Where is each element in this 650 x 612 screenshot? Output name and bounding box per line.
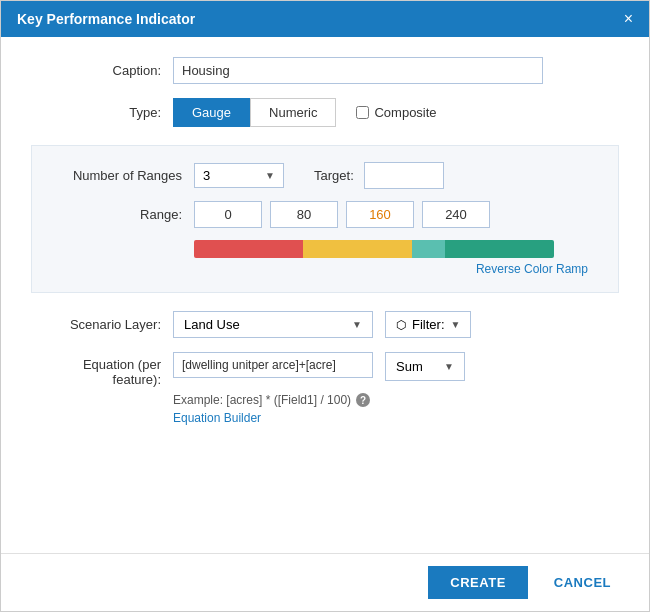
range-input-1[interactable] [270, 201, 338, 228]
equation-hint: Example: [acres] * ([Field1] / 100) ? [173, 393, 619, 407]
caption-label: Caption: [31, 63, 161, 78]
num-ranges-dropdown[interactable]: 3 ▼ [194, 163, 284, 188]
equation-label: Equation (per feature): [31, 352, 161, 387]
ramp-teal [412, 240, 445, 258]
range-input-0[interactable] [194, 201, 262, 228]
scenario-row: Scenario Layer: Land Use ▼ ⬡ Filter: ▼ [31, 311, 619, 338]
range-input-3[interactable] [422, 201, 490, 228]
close-button[interactable]: × [624, 11, 633, 27]
filter-icon: ⬡ [396, 318, 406, 332]
equation-input[interactable] [173, 352, 373, 378]
filter-arrow-icon: ▼ [451, 319, 461, 330]
reverse-color-ramp-link[interactable]: Reverse Color Ramp [52, 262, 598, 276]
dialog-body: Caption: Type: Gauge Numeric Composite N… [1, 37, 649, 553]
type-label: Type: [31, 105, 161, 120]
target-input[interactable] [364, 162, 444, 189]
num-ranges-row: Number of Ranges 3 ▼ Target: [52, 162, 598, 189]
composite-label: Composite [374, 105, 436, 120]
cancel-button[interactable]: CANCEL [536, 566, 629, 599]
sum-arrow-icon: ▼ [444, 361, 454, 372]
num-ranges-arrow-icon: ▼ [265, 170, 275, 181]
help-icon[interactable]: ? [356, 393, 370, 407]
color-ramp [194, 240, 554, 258]
range-values-row: Range: [52, 201, 598, 228]
composite-checkbox[interactable] [356, 106, 369, 119]
filter-label: Filter: [412, 317, 445, 332]
range-inputs [194, 201, 490, 228]
numeric-button[interactable]: Numeric [250, 98, 336, 127]
scenario-label: Scenario Layer: [31, 317, 161, 332]
type-row: Type: Gauge Numeric Composite [31, 98, 619, 127]
range-section: Number of Ranges 3 ▼ Target: Range: [31, 145, 619, 293]
equation-row: Equation (per feature): Sum ▼ [31, 352, 619, 387]
create-button[interactable]: CREATE [428, 566, 527, 599]
filter-button[interactable]: ⬡ Filter: ▼ [385, 311, 471, 338]
ramp-green [445, 240, 554, 258]
dialog-title: Key Performance Indicator [17, 11, 195, 27]
type-buttons: Gauge Numeric Composite [173, 98, 437, 127]
num-ranges-label: Number of Ranges [52, 168, 182, 183]
ramp-red [194, 240, 303, 258]
num-ranges-value: 3 [203, 168, 210, 183]
composite-checkbox-label[interactable]: Composite [356, 105, 436, 120]
sum-value: Sum [396, 359, 423, 374]
equation-builder-link[interactable]: Equation Builder [173, 411, 619, 425]
ramp-yellow [303, 240, 412, 258]
gauge-button[interactable]: Gauge [173, 98, 250, 127]
scenario-dropdown[interactable]: Land Use ▼ [173, 311, 373, 338]
range-input-2[interactable] [346, 201, 414, 228]
scenario-arrow-icon: ▼ [352, 319, 362, 330]
range-label: Range: [52, 207, 182, 222]
kpi-dialog: Key Performance Indicator × Caption: Typ… [0, 0, 650, 612]
caption-input[interactable] [173, 57, 543, 84]
target-label: Target: [314, 168, 354, 183]
dialog-footer: CREATE CANCEL [1, 553, 649, 611]
sum-dropdown[interactable]: Sum ▼ [385, 352, 465, 381]
dialog-header: Key Performance Indicator × [1, 1, 649, 37]
hint-text: Example: [acres] * ([Field1] / 100) [173, 393, 351, 407]
caption-row: Caption: [31, 57, 619, 84]
scenario-value: Land Use [184, 317, 240, 332]
